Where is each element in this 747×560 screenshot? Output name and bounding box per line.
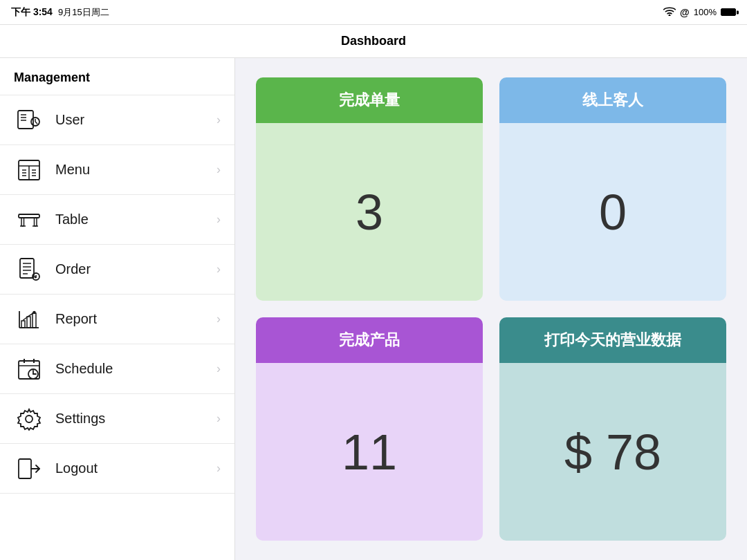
sidebar: Management User › (0, 58, 235, 560)
svg-rect-34 (33, 313, 36, 328)
svg-rect-22 (20, 259, 34, 278)
menu-icon (14, 155, 44, 185)
sidebar-menu-label: Menu (55, 162, 216, 178)
sidebar-schedule-label: Schedule (55, 361, 216, 377)
status-bar: 下午 3:54 9月15日周二 @ 100% (0, 0, 747, 25)
sidebar-item-report[interactable]: Report › (0, 295, 234, 344)
card-completed-products[interactable]: 完成产品 11 (256, 317, 483, 541)
svg-point-0 (669, 15, 670, 16)
user-icon (14, 105, 44, 136)
sidebar-settings-label: Settings (55, 411, 216, 427)
svg-rect-17 (19, 214, 39, 218)
card-completed-products-value: 11 (342, 424, 397, 480)
battery-icon (721, 8, 736, 16)
card-completed-orders-value: 3 (356, 184, 383, 241)
card-completed-orders-body: 3 (256, 123, 483, 301)
sidebar-logout-label: Logout (55, 460, 216, 476)
card-completed-products-header: 完成产品 (256, 317, 483, 363)
svg-line-7 (35, 122, 37, 124)
wifi-icon (663, 6, 676, 18)
status-date: 9月15日周二 (58, 6, 109, 19)
sidebar-item-order[interactable]: Order › (0, 245, 234, 295)
svg-rect-32 (21, 321, 25, 328)
card-completed-orders-header: 完成单量 (256, 77, 483, 123)
svg-rect-1 (18, 111, 33, 129)
card-online-guests-value: 0 (599, 184, 627, 241)
card-print-revenue-header: 打印今天的营业数据 (499, 317, 726, 363)
chevron-icon-logout: › (216, 461, 221, 476)
signal-icon: @ (680, 7, 690, 18)
card-completed-orders-title: 完成单量 (339, 90, 400, 111)
order-icon (14, 254, 44, 285)
card-online-guests-header: 线上客人 (499, 77, 726, 123)
chevron-icon-user: › (216, 113, 221, 127)
sidebar-item-schedule[interactable]: Schedule › (0, 344, 234, 394)
sidebar-item-settings[interactable]: Settings › (0, 394, 234, 444)
sidebar-item-table[interactable]: Table › (0, 195, 234, 245)
chevron-icon-menu: › (216, 162, 221, 177)
report-icon (14, 304, 44, 335)
svg-rect-18 (21, 218, 24, 226)
sidebar-order-label: Order (55, 261, 216, 277)
card-online-guests-title: 线上客人 (582, 90, 643, 111)
nav-title: Dashboard (341, 34, 406, 48)
card-print-revenue-title: 打印今天的营业数据 (544, 330, 681, 351)
settings-icon (14, 404, 44, 434)
sidebar-table-label: Table (55, 212, 216, 227)
card-completed-products-body: 11 (256, 363, 483, 541)
dashboard: 完成单量 3 线上客人 0 完成产品 11 (235, 58, 747, 560)
logout-icon (14, 454, 44, 484)
sidebar-item-user[interactable]: User › (0, 95, 234, 145)
card-online-guests[interactable]: 线上客人 0 (499, 77, 726, 301)
svg-rect-44 (19, 459, 31, 478)
battery-percentage: 100% (694, 7, 717, 17)
chevron-icon-table: › (216, 212, 221, 227)
status-time: 下午 3:54 (11, 6, 53, 19)
card-print-revenue-value: $ 78 (564, 424, 661, 480)
sidebar-item-logout[interactable]: Logout › (0, 444, 234, 494)
svg-rect-19 (35, 218, 37, 226)
card-completed-orders[interactable]: 完成单量 3 (256, 77, 483, 301)
svg-rect-33 (27, 317, 30, 328)
sidebar-user-label: User (55, 112, 216, 128)
main-layout: Management User › (0, 58, 747, 560)
chevron-icon-schedule: › (216, 362, 221, 376)
table-icon (14, 205, 44, 235)
schedule-icon (14, 354, 44, 384)
card-print-revenue-body: $ 78 (499, 363, 726, 541)
card-print-revenue[interactable]: 打印今天的营业数据 $ 78 (499, 317, 726, 541)
sidebar-item-menu[interactable]: Menu › (0, 145, 234, 195)
chevron-icon-settings: › (216, 411, 221, 426)
svg-point-35 (33, 311, 35, 313)
chevron-icon-report: › (216, 312, 221, 326)
nav-bar: Dashboard (0, 25, 747, 58)
sidebar-report-label: Report (55, 311, 216, 327)
sidebar-heading: Management (0, 58, 234, 95)
card-completed-products-title: 完成产品 (339, 330, 400, 351)
card-online-guests-body: 0 (499, 123, 726, 301)
chevron-icon-order: › (216, 262, 221, 277)
svg-point-43 (26, 416, 33, 422)
